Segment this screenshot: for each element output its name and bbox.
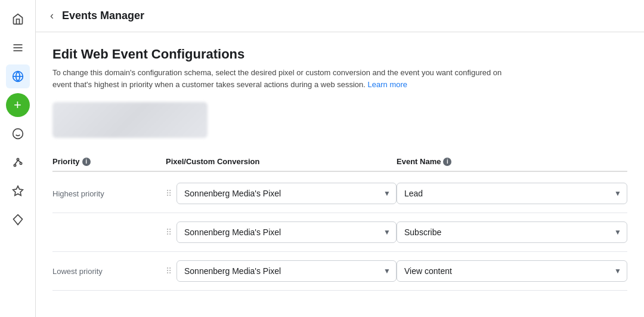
table-row: Highest priority ⠿ Sonnenberg Media's Pi…: [52, 174, 627, 213]
page-title: Edit Web Event Configurations: [52, 47, 627, 62]
svg-point-5: [13, 129, 23, 139]
event-config-table: Priority i Pixel/Custom Conversion Event…: [52, 152, 627, 291]
content-area: Edit Web Event Configurations To change …: [36, 32, 644, 317]
event-column-header: Event Name i: [397, 157, 627, 166]
table-row: ⠿ Sonnenberg Media's Pixel ▼ Lead Subscr…: [52, 213, 627, 252]
table-header: Priority i Pixel/Custom Conversion Event…: [52, 152, 627, 172]
page-header: ‹ Events Manager: [36, 0, 644, 32]
event-select-2[interactable]: Lead Subscribe View content Purchase Add…: [397, 260, 627, 282]
priority-lowest-label: Lowest priority: [52, 267, 166, 276]
svg-point-8: [14, 164, 16, 166]
pixel-select-wrapper-2: Sonnenberg Media's Pixel ▼: [177, 260, 397, 282]
pixel-cell-0: ⠿ Sonnenberg Media's Pixel ▼: [166, 183, 397, 204]
pixel-column-header: Pixel/Custom Conversion: [166, 157, 397, 166]
event-cell-0: Lead Subscribe View content Purchase Add…: [397, 183, 627, 204]
svg-line-12: [18, 161, 21, 162]
pixel-cell-2: ⠿ Sonnenberg Media's Pixel ▼: [166, 260, 397, 282]
svg-point-10: [20, 162, 21, 164]
pixel-select-2[interactable]: Sonnenberg Media's Pixel: [177, 260, 397, 282]
learn-more-link[interactable]: Learn more: [368, 80, 407, 89]
event-select-wrapper-0: Lead Subscribe View content Purchase Add…: [397, 183, 627, 204]
back-button[interactable]: ‹: [48, 7, 56, 24]
home-icon[interactable]: [6, 7, 30, 31]
table-row: Lowest priority ⠿ Sonnenberg Media's Pix…: [52, 252, 627, 291]
event-cell-1: Lead Subscribe View content Purchase Add…: [397, 221, 627, 243]
event-select-wrapper-1: Lead Subscribe View content Purchase Add…: [397, 221, 627, 243]
menu-icon[interactable]: [6, 36, 30, 60]
svg-marker-13: [13, 186, 23, 196]
event-select-wrapper-2: Lead Subscribe View content Purchase Add…: [397, 260, 627, 282]
add-icon[interactable]: +: [6, 93, 30, 117]
priority-highest-label: Highest priority: [52, 189, 166, 198]
main-area: ‹ Events Manager Edit Web Event Configur…: [36, 0, 644, 317]
event-cell-2: Lead Subscribe View content Purchase Add…: [397, 260, 627, 282]
drag-handle-icon[interactable]: ⠿: [166, 189, 172, 198]
priority-column-header: Priority i: [52, 157, 166, 166]
svg-line-11: [15, 161, 18, 165]
svg-point-9: [17, 158, 18, 160]
priority-info-icon[interactable]: i: [82, 158, 91, 166]
drag-handle-icon[interactable]: ⠿: [166, 266, 172, 276]
pixel-cell-1: ⠿ Sonnenberg Media's Pixel ▼: [166, 221, 397, 243]
blurred-pixel-image: [52, 102, 208, 138]
pixel-select-1[interactable]: Sonnenberg Media's Pixel: [177, 221, 397, 243]
event-info-icon[interactable]: i: [443, 158, 451, 166]
graph-icon[interactable]: [6, 150, 30, 174]
diamond-icon[interactable]: [6, 208, 30, 232]
pixel-select-wrapper-1: Sonnenberg Media's Pixel ▼: [177, 221, 397, 243]
pixel-select-0[interactable]: Sonnenberg Media's Pixel: [177, 183, 397, 204]
sidebar: +: [0, 0, 36, 317]
header-title: Events Manager: [62, 10, 144, 22]
face-icon[interactable]: [6, 122, 30, 146]
pixel-select-wrapper-0: Sonnenberg Media's Pixel ▼: [177, 183, 397, 204]
star-icon[interactable]: [6, 179, 30, 203]
event-select-0[interactable]: Lead Subscribe View content Purchase Add…: [397, 183, 627, 204]
page-description: To change this domain's configuration sc…: [52, 67, 589, 90]
globe-icon[interactable]: [6, 64, 30, 88]
drag-handle-icon[interactable]: ⠿: [166, 227, 172, 237]
event-select-1[interactable]: Lead Subscribe View content Purchase Add…: [397, 221, 627, 243]
